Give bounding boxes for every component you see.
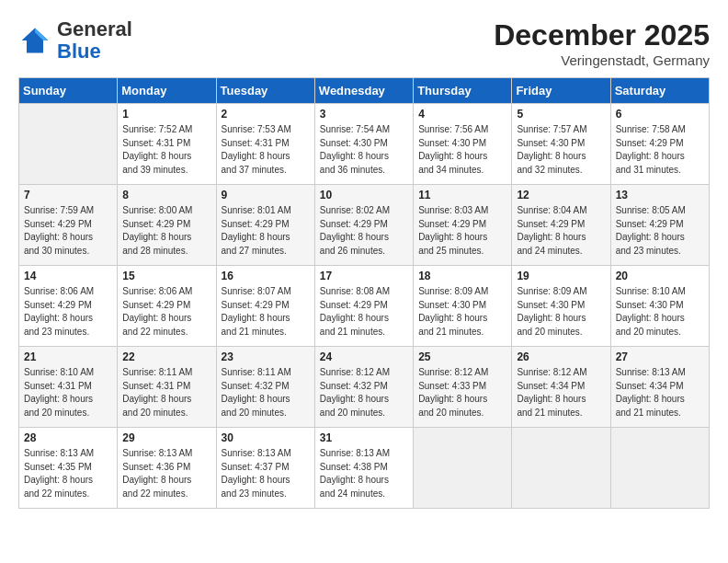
day-number: 14	[24, 270, 112, 282]
day-info: Sunrise: 8:00 AM Sunset: 4:29 PM Dayligh…	[122, 204, 210, 258]
day-info: Sunrise: 8:13 AM Sunset: 4:38 PM Dayligh…	[320, 447, 408, 500]
day-info: Sunrise: 8:06 AM Sunset: 4:29 PM Dayligh…	[24, 285, 112, 339]
day-info: Sunrise: 7:58 AM Sunset: 4:29 PM Dayligh…	[616, 123, 704, 177]
calendar-day-cell: 29Sunrise: 8:13 AM Sunset: 4:36 PM Dayli…	[118, 428, 216, 509]
day-info: Sunrise: 8:13 AM Sunset: 4:34 PM Dayligh…	[616, 366, 704, 419]
calendar-day-cell: 8Sunrise: 8:00 AM Sunset: 4:29 PM Daylig…	[118, 185, 216, 266]
day-info: Sunrise: 8:08 AM Sunset: 4:29 PM Dayligh…	[320, 285, 408, 339]
day-number: 3	[320, 108, 408, 121]
logo-icon	[18, 24, 51, 57]
weekday-header: Saturday	[610, 78, 709, 104]
calendar-day-cell: 1Sunrise: 7:52 AM Sunset: 4:31 PM Daylig…	[118, 104, 216, 185]
day-number: 10	[320, 189, 408, 201]
day-number: 27	[616, 350, 704, 363]
calendar-day-cell: 23Sunrise: 8:11 AM Sunset: 4:32 PM Dayli…	[216, 347, 314, 428]
page-header: General Blue December 2025 Veringenstadt…	[18, 18, 710, 68]
calendar-day-cell: 30Sunrise: 8:13 AM Sunset: 4:37 PM Dayli…	[216, 428, 314, 509]
day-number: 13	[616, 189, 704, 201]
calendar-day-cell: 16Sunrise: 8:07 AM Sunset: 4:29 PM Dayli…	[216, 266, 314, 347]
day-number: 8	[122, 189, 210, 201]
day-info: Sunrise: 8:09 AM Sunset: 4:30 PM Dayligh…	[418, 285, 506, 339]
day-info: Sunrise: 8:09 AM Sunset: 4:30 PM Dayligh…	[517, 285, 605, 339]
weekday-header: Wednesday	[314, 78, 413, 104]
calendar-day-cell: 26Sunrise: 8:12 AM Sunset: 4:34 PM Dayli…	[512, 347, 610, 428]
day-info: Sunrise: 7:56 AM Sunset: 4:30 PM Dayligh…	[418, 123, 506, 177]
location: Veringenstadt, Germany	[494, 52, 710, 68]
calendar-day-cell: 7Sunrise: 7:59 AM Sunset: 4:29 PM Daylig…	[19, 185, 118, 266]
day-number: 29	[122, 431, 210, 444]
calendar-day-cell: 20Sunrise: 8:10 AM Sunset: 4:30 PM Dayli…	[610, 266, 709, 347]
calendar-day-cell: 25Sunrise: 8:12 AM Sunset: 4:33 PM Dayli…	[414, 347, 512, 428]
day-number: 4	[418, 108, 506, 121]
day-info: Sunrise: 7:59 AM Sunset: 4:29 PM Dayligh…	[24, 204, 112, 258]
calendar-day-cell: 17Sunrise: 8:08 AM Sunset: 4:29 PM Dayli…	[314, 266, 413, 347]
day-number: 12	[517, 189, 605, 201]
day-number: 2	[222, 108, 310, 121]
weekday-header: Monday	[118, 78, 216, 104]
calendar-day-cell: 19Sunrise: 8:09 AM Sunset: 4:30 PM Dayli…	[512, 266, 610, 347]
day-info: Sunrise: 8:11 AM Sunset: 4:32 PM Dayligh…	[222, 366, 310, 419]
day-info: Sunrise: 7:57 AM Sunset: 4:30 PM Dayligh…	[517, 123, 605, 177]
day-number: 1	[122, 108, 210, 121]
calendar-day-cell: 27Sunrise: 8:13 AM Sunset: 4:34 PM Dayli…	[610, 347, 709, 428]
day-number: 28	[24, 431, 112, 444]
day-info: Sunrise: 8:13 AM Sunset: 4:36 PM Dayligh…	[122, 447, 210, 500]
day-info: Sunrise: 8:02 AM Sunset: 4:29 PM Dayligh…	[320, 204, 408, 258]
day-info: Sunrise: 8:06 AM Sunset: 4:29 PM Dayligh…	[122, 285, 210, 339]
calendar-day-cell: 28Sunrise: 8:13 AM Sunset: 4:35 PM Dayli…	[19, 428, 118, 509]
calendar-day-cell	[610, 428, 709, 509]
day-number: 23	[222, 350, 310, 363]
day-info: Sunrise: 8:01 AM Sunset: 4:29 PM Dayligh…	[222, 204, 310, 258]
calendar-day-cell: 3Sunrise: 7:54 AM Sunset: 4:30 PM Daylig…	[314, 104, 413, 185]
day-info: Sunrise: 8:13 AM Sunset: 4:37 PM Dayligh…	[222, 447, 310, 500]
calendar-day-cell: 11Sunrise: 8:03 AM Sunset: 4:29 PM Dayli…	[414, 185, 512, 266]
weekday-header: Thursday	[414, 78, 512, 104]
calendar-week-row: 7Sunrise: 7:59 AM Sunset: 4:29 PM Daylig…	[19, 185, 710, 266]
day-number: 11	[418, 189, 506, 201]
day-number: 30	[222, 431, 310, 444]
calendar-week-row: 21Sunrise: 8:10 AM Sunset: 4:31 PM Dayli…	[19, 347, 710, 428]
day-info: Sunrise: 8:10 AM Sunset: 4:31 PM Dayligh…	[24, 366, 112, 419]
calendar-day-cell	[414, 428, 512, 509]
calendar-table: SundayMondayTuesdayWednesdayThursdayFrid…	[18, 77, 710, 509]
logo-blue-text: Blue	[57, 40, 101, 63]
calendar-day-cell: 21Sunrise: 8:10 AM Sunset: 4:31 PM Dayli…	[19, 347, 118, 428]
calendar-week-row: 28Sunrise: 8:13 AM Sunset: 4:35 PM Dayli…	[19, 428, 710, 509]
day-number: 25	[418, 350, 506, 363]
day-number: 26	[517, 350, 605, 363]
day-number: 6	[616, 108, 704, 121]
day-info: Sunrise: 8:12 AM Sunset: 4:34 PM Dayligh…	[517, 366, 605, 419]
calendar-day-cell: 15Sunrise: 8:06 AM Sunset: 4:29 PM Dayli…	[118, 266, 216, 347]
day-info: Sunrise: 8:04 AM Sunset: 4:29 PM Dayligh…	[517, 204, 605, 258]
calendar-day-cell: 4Sunrise: 7:56 AM Sunset: 4:30 PM Daylig…	[414, 104, 512, 185]
day-number: 5	[517, 108, 605, 121]
calendar-day-cell: 14Sunrise: 8:06 AM Sunset: 4:29 PM Dayli…	[19, 266, 118, 347]
day-number: 31	[320, 431, 408, 444]
logo-general-text: General	[57, 17, 132, 40]
day-info: Sunrise: 7:53 AM Sunset: 4:31 PM Dayligh…	[222, 123, 310, 177]
day-info: Sunrise: 8:13 AM Sunset: 4:35 PM Dayligh…	[24, 447, 112, 500]
day-info: Sunrise: 8:12 AM Sunset: 4:33 PM Dayligh…	[418, 366, 506, 419]
logo: General Blue	[18, 18, 132, 63]
calendar-day-cell	[512, 428, 610, 509]
calendar-day-cell: 13Sunrise: 8:05 AM Sunset: 4:29 PM Dayli…	[610, 185, 709, 266]
day-number: 17	[320, 270, 408, 282]
day-info: Sunrise: 7:54 AM Sunset: 4:30 PM Dayligh…	[320, 123, 408, 177]
day-info: Sunrise: 8:05 AM Sunset: 4:29 PM Dayligh…	[616, 204, 704, 258]
month-title: December 2025	[494, 18, 710, 52]
calendar-day-cell: 22Sunrise: 8:11 AM Sunset: 4:31 PM Dayli…	[118, 347, 216, 428]
day-number: 16	[222, 270, 310, 282]
day-number: 9	[222, 189, 310, 201]
calendar-day-cell: 18Sunrise: 8:09 AM Sunset: 4:30 PM Dayli…	[414, 266, 512, 347]
calendar-day-cell: 24Sunrise: 8:12 AM Sunset: 4:32 PM Dayli…	[314, 347, 413, 428]
weekday-header: Tuesday	[216, 78, 314, 104]
day-info: Sunrise: 7:52 AM Sunset: 4:31 PM Dayligh…	[122, 123, 210, 177]
calendar-day-cell: 5Sunrise: 7:57 AM Sunset: 4:30 PM Daylig…	[512, 104, 610, 185]
day-info: Sunrise: 8:07 AM Sunset: 4:29 PM Dayligh…	[222, 285, 310, 339]
day-number: 15	[122, 270, 210, 282]
day-info: Sunrise: 8:11 AM Sunset: 4:31 PM Dayligh…	[122, 366, 210, 419]
day-number: 21	[24, 350, 112, 363]
day-number: 20	[616, 270, 704, 282]
calendar-week-row: 14Sunrise: 8:06 AM Sunset: 4:29 PM Dayli…	[19, 266, 710, 347]
weekday-header: Sunday	[19, 78, 118, 104]
